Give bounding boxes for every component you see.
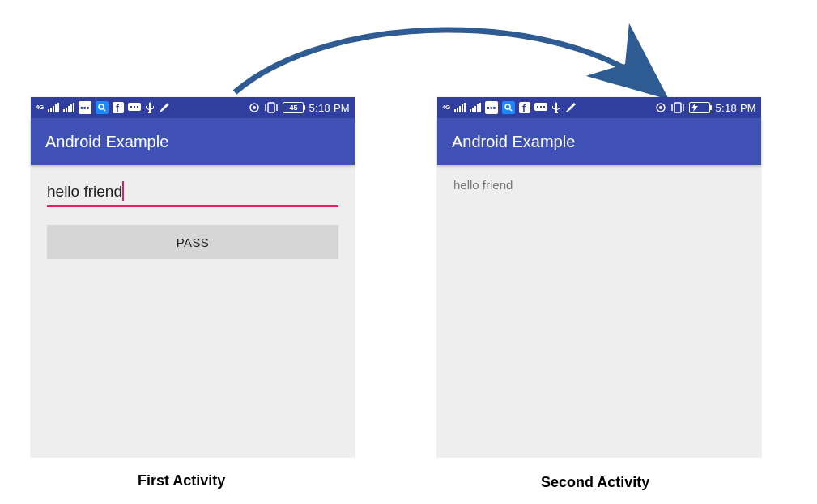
signal-icon [454,103,466,112]
text-cursor [122,181,124,201]
network-4g-icon: 4G [442,104,450,111]
app-title: Android Example [45,133,168,151]
svg-rect-2 [53,106,54,112]
svg-line-34 [509,108,512,111]
cleaner-icon [565,102,577,113]
usb-icon [145,102,155,113]
hotspot-icon [249,102,260,113]
svg-rect-3 [55,104,57,112]
app-title: Android Example [452,133,575,151]
svg-rect-17 [137,106,138,108]
caption-second-activity: Second Activity [541,474,649,491]
pass-button[interactable]: PASS [47,225,338,259]
search-icon [502,101,515,114]
search-icon [96,101,109,114]
messenger-icon [534,102,547,113]
svg-rect-0 [48,109,49,112]
svg-rect-27 [464,103,466,112]
svg-rect-31 [477,104,479,112]
svg-rect-15 [130,106,132,108]
vibrate-icon [671,102,684,113]
svg-rect-16 [134,106,135,108]
first-activity-screen: 4G ••• f 45 5:18 PM Android Example [31,97,355,457]
status-bar: 4G ••• f 45 5:18 PM [31,97,355,118]
svg-rect-32 [479,103,481,112]
caption-first-activity: First Activity [138,472,225,489]
svg-rect-8 [70,104,72,112]
svg-line-11 [103,108,105,111]
svg-rect-40 [543,106,545,108]
signal-icon [63,103,74,112]
svg-rect-28 [470,109,471,112]
svg-point-18 [253,106,256,109]
network-4g-icon: 4G [36,104,44,111]
received-text: hello friend [453,176,745,192]
svg-rect-7 [68,106,70,112]
svg-rect-20 [268,103,274,112]
facebook-icon: f [519,102,530,113]
svg-rect-25 [459,106,461,112]
status-bar: 4G ••• f 5:18 PM [437,97,761,118]
input-underline [47,205,338,207]
svg-point-41 [659,106,662,109]
usb-icon [551,102,561,113]
signal-icon [470,103,481,112]
svg-rect-29 [472,108,474,112]
transition-arrow [219,18,672,107]
sms-icon: ••• [485,101,498,114]
svg-rect-9 [73,103,74,112]
svg-rect-6 [66,108,67,112]
facebook-icon: f [113,102,124,113]
messenger-icon [128,102,141,113]
hotspot-icon [655,102,666,113]
svg-rect-30 [474,106,476,112]
svg-rect-39 [540,106,542,108]
svg-rect-24 [457,108,458,112]
svg-rect-43 [674,103,681,112]
svg-rect-5 [63,109,65,112]
status-time: 5:18 PM [715,102,756,114]
vibrate-icon [265,102,278,113]
signal-icon [48,103,59,112]
battery-charging-icon [689,102,710,113]
app-bar: Android Example [437,118,761,165]
svg-point-33 [505,104,510,109]
svg-rect-23 [454,109,456,112]
svg-rect-26 [462,104,463,112]
sms-icon: ••• [79,101,91,114]
app-bar: Android Example [31,118,355,165]
svg-rect-1 [50,108,52,112]
svg-rect-4 [57,103,59,112]
battery-icon: 45 [283,102,304,113]
cleaner-icon [159,102,170,113]
second-activity-screen: 4G ••• f 5:18 PM Android Example hello f… [437,97,761,457]
message-input[interactable] [47,180,338,205]
svg-point-10 [99,104,104,109]
message-input-wrap[interactable] [47,180,338,207]
status-time: 5:18 PM [309,102,350,114]
svg-rect-38 [537,106,538,108]
